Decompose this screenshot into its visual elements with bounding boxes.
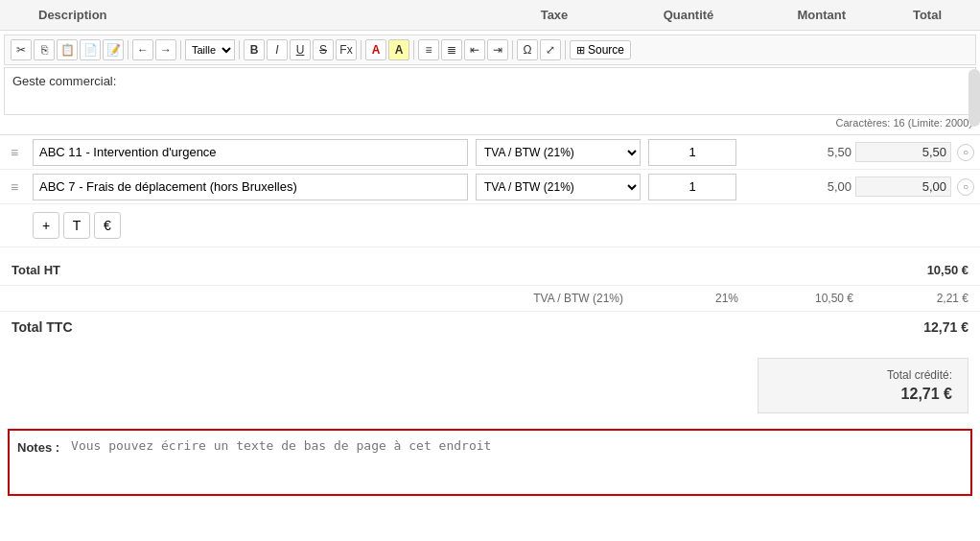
row-action-1: ○ (951, 142, 980, 163)
add-row: + T € (0, 204, 980, 247)
editor-toolbar: ✂ ⎘ 📋 📄 📝 ← → Taille B I U S Fx A A ≡ ≣ … (4, 35, 976, 65)
tva-amount: 2,21 € (892, 292, 968, 305)
toolbar-underline[interactable]: U (290, 39, 311, 60)
toolbar-list-ul[interactable]: ≡ (418, 39, 439, 60)
toolbar-clear[interactable]: Fx (336, 39, 357, 60)
toolbar-list-ol[interactable]: ≣ (441, 39, 462, 60)
taxe-cell-2: TVA / BTW (21%) (472, 172, 644, 202)
toolbar-paste3[interactable]: 📝 (103, 39, 124, 60)
description-input-1[interactable] (33, 139, 468, 166)
toolbar-sep1 (128, 40, 128, 59)
montant-cell-1: 5,50 (740, 143, 855, 161)
toolbar-sep7 (565, 40, 566, 59)
credit-section: Total crédité: 12,71 € (0, 350, 980, 429)
taxe-select-2[interactable]: TVA / BTW (21%) (476, 174, 641, 200)
notes-label: Notes : (17, 438, 59, 486)
taxe-select-1[interactable]: TVA / BTW (21%) (476, 139, 641, 166)
montant-cell-2: 5,00 (740, 177, 855, 196)
toolbar-indent[interactable]: ⇥ (487, 39, 508, 60)
col-quantite-header: Quantité (641, 6, 736, 24)
col-action-header (947, 6, 976, 24)
add-text-button[interactable]: T (63, 212, 90, 239)
row-remove-1[interactable]: ○ (957, 144, 974, 161)
source-icon: ⊞ (576, 44, 585, 57)
total-ttc-value: 12,71 € (923, 319, 968, 335)
toolbar-sep3 (239, 40, 240, 59)
drag-handle-1[interactable]: ≡ (0, 143, 29, 162)
toolbar-taille-select[interactable]: Taille (185, 39, 235, 60)
qty-input-2[interactable] (648, 174, 736, 200)
toolbar-redo[interactable]: → (155, 39, 176, 60)
toolbar-source-btn[interactable]: ⊞ Source (570, 40, 631, 59)
col-drag-header (4, 6, 33, 24)
qty-cell-1 (644, 137, 740, 168)
col-taxe-header: Taxe (468, 6, 641, 24)
description-input-2[interactable] (33, 174, 468, 200)
tva-pct: 21% (662, 292, 738, 305)
toolbar-strike[interactable]: S (313, 39, 334, 60)
toolbar-bold[interactable]: B (244, 39, 265, 60)
toolbar-undo[interactable]: ← (132, 39, 153, 60)
total-cell-2: 5,00 (855, 176, 951, 197)
add-line-button[interactable]: + (33, 212, 59, 239)
toolbar-font-color[interactable]: A (365, 39, 386, 60)
toolbar-cut[interactable]: ✂ (11, 39, 32, 60)
line-row-1: ≡ TVA / BTW (21%) 5,50 5,50 ○ (0, 135, 980, 170)
row-remove-2[interactable]: ○ (957, 178, 974, 196)
toolbar-sep4 (361, 40, 362, 59)
line-row-2: ≡ TVA / BTW (21%) 5,00 5,00 ○ (0, 170, 980, 204)
table-header: Description Taxe Quantité Montant Total (0, 0, 980, 31)
total-ttc-row: Total TTC 12,71 € (0, 312, 980, 342)
toolbar-paste[interactable]: 📋 (57, 39, 78, 60)
notes-section: Notes : (8, 429, 972, 496)
tva-row: TVA / BTW (21%) 21% 10,50 € 2,21 € (0, 286, 980, 312)
tva-base: 10,50 € (777, 292, 853, 305)
toolbar-omega[interactable]: Ω (517, 39, 538, 60)
toolbar-sep6 (512, 40, 513, 59)
row-action-2: ○ (951, 176, 980, 198)
taxe-cell-1: TVA / BTW (21%) (472, 137, 644, 168)
editor-content[interactable]: Geste commercial: (4, 67, 976, 115)
notes-input[interactable] (71, 438, 963, 486)
col-montant-header: Montant (736, 6, 852, 24)
credit-amount: 12,71 € (774, 386, 952, 403)
editor-scrollbar[interactable] (968, 69, 980, 127)
description-cell-1 (29, 137, 472, 168)
toolbar-sep2 (180, 40, 181, 59)
tva-label: TVA / BTW (21%) (533, 292, 623, 305)
editor-row: ✂ ⎘ 📋 📄 📝 ← → Taille B I U S Fx A A ≡ ≣ … (0, 31, 980, 135)
credit-label: Total crédité: (774, 368, 952, 382)
drag-handle-2[interactable]: ≡ (0, 177, 29, 197)
qty-cell-2 (644, 172, 740, 202)
qty-input-1[interactable] (648, 139, 736, 166)
total-ttc-label: Total TTC (12, 319, 73, 335)
char-count: Caractères: 16 (Limite: 2000) (4, 115, 976, 130)
description-cell-2 (29, 172, 472, 202)
total-ht-value: 10,50 € (927, 263, 968, 277)
totals-section: Total HT 10,50 € TVA / BTW (21%) 21% 10,… (0, 247, 980, 350)
toolbar-paste2[interactable]: 📄 (80, 39, 101, 60)
toolbar-italic[interactable]: I (267, 39, 288, 60)
toolbar-copy[interactable]: ⎘ (34, 39, 55, 60)
add-euro-button[interactable]: € (94, 212, 121, 239)
col-total-header: Total (852, 6, 947, 24)
total-ht-label: Total HT (12, 263, 60, 277)
toolbar-bg-color[interactable]: A (388, 39, 409, 60)
col-description-header: Description (33, 6, 468, 24)
credit-box: Total crédité: 12,71 € (758, 358, 968, 413)
toolbar-sep5 (413, 40, 414, 59)
toolbar-expand[interactable]: ⤢ (540, 39, 561, 60)
total-ht-row: Total HT 10,50 € (0, 255, 980, 286)
source-label: Source (588, 43, 624, 57)
toolbar-outdent[interactable]: ⇤ (464, 39, 485, 60)
total-cell-1: 5,50 (855, 142, 951, 162)
